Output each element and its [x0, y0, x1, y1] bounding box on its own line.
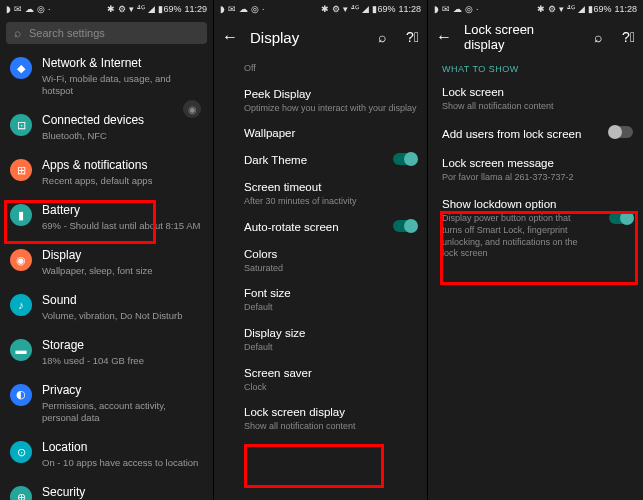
status-bar: ◗✉☁◎· ✱⚙▾⁴ᴳ◢▮69%11:28 — [214, 0, 427, 18]
item-title: Peek Display — [244, 87, 417, 102]
page-title: Display — [250, 29, 358, 46]
item-subtitle: Optimize how you interact with your disp… — [244, 103, 417, 115]
item-title: Apps & notifications — [42, 158, 203, 174]
lock-item-show-lockdown-option[interactable]: Show lockdown optionDisplay power button… — [428, 190, 643, 267]
display-item-dark-theme[interactable]: Dark Theme — [244, 147, 427, 174]
item-title: Display size — [244, 326, 417, 341]
settings-icon: ▮ — [10, 204, 32, 226]
item-title: Display — [42, 248, 203, 264]
item-subtitle: Default — [244, 302, 417, 314]
item-title: Storage — [42, 338, 203, 354]
item-subtitle: Wi-Fi, mobile data, usage, and hotspot — [42, 73, 203, 98]
search-placeholder: Search settings — [29, 27, 105, 39]
lock-item-lock-screen-message[interactable]: Lock screen messagePor favor llama al 26… — [428, 149, 643, 191]
item-subtitle: Display power button option that turns o… — [442, 213, 629, 260]
settings-item-sound[interactable]: ♪SoundVolume, vibration, Do Not Disturb — [0, 285, 213, 330]
settings-icon: ♪ — [10, 294, 32, 316]
item-title: Font size — [244, 286, 417, 301]
lock-item-add-users-from-lock-screen[interactable]: Add users from lock screen — [428, 120, 643, 149]
settings-icon: ◆ — [10, 57, 32, 79]
display-item-screen-timeout[interactable]: Screen timeoutAfter 30 minutes of inacti… — [244, 174, 427, 214]
item-title: Wallpaper — [244, 126, 417, 141]
settings-icon: ⊞ — [10, 159, 32, 181]
item-title: Show lockdown option — [442, 197, 629, 212]
item-title: Add users from lock screen — [442, 127, 629, 142]
display-item-auto-rotate-screen[interactable]: Auto-rotate screen — [244, 214, 427, 241]
settings-item-location[interactable]: ⊙LocationOn - 10 apps have access to loc… — [0, 432, 213, 477]
search-settings[interactable]: ⌕ Search settings — [6, 22, 207, 44]
back-button[interactable]: ← — [222, 28, 238, 46]
lock-screen-display-panel: ◗✉☁◎· ✱⚙▾⁴ᴳ◢▮69%11:28 ← Lock screen disp… — [428, 0, 643, 500]
display-item-peek-display[interactable]: Peek DisplayOptimize how you interact wi… — [244, 81, 427, 121]
item-title: Connected devices — [42, 113, 203, 129]
display-item-wallpaper[interactable]: Wallpaper — [244, 120, 427, 147]
item-title: Network & Internet — [42, 56, 203, 72]
app-bar: ← Display ⌕ ?⃝ — [214, 18, 427, 56]
display-settings-panel: ◗✉☁◎· ✱⚙▾⁴ᴳ◢▮69%11:28 ← Display ⌕ ?⃝ Off… — [214, 0, 428, 500]
settings-icon: ⊙ — [10, 441, 32, 463]
search-icon: ⌕ — [14, 26, 21, 40]
item-subtitle: On - 10 apps have access to location — [42, 457, 203, 469]
settings-item-storage[interactable]: ▬Storage18% used - 104 GB free — [0, 330, 213, 375]
search-icon[interactable]: ⌕ — [594, 29, 602, 45]
item-title: Location — [42, 440, 203, 456]
item-subtitle: Show all notification content — [244, 421, 417, 433]
toggle-switch[interactable] — [609, 212, 633, 224]
display-item-screen-saver[interactable]: Screen saverClock — [244, 360, 427, 400]
settings-list: ◆Network & InternetWi-Fi, mobile data, u… — [0, 48, 213, 500]
page-title: Lock screen display — [464, 22, 574, 52]
item-title: Lock screen display — [244, 405, 417, 420]
item-title: Lock screen — [442, 85, 629, 100]
settings-item-battery[interactable]: ▮Battery69% - Should last until about 8:… — [0, 195, 213, 240]
item-subtitle: Bluetooth, NFC — [42, 130, 203, 142]
item-subtitle: Off — [244, 63, 417, 75]
lock-screen-list: Lock screenShow all notification content… — [428, 78, 643, 267]
item-title: Lock screen message — [442, 156, 629, 171]
section-header: WHAT TO SHOW — [428, 56, 643, 78]
item-title: Dark Theme — [244, 153, 417, 168]
app-bar: ← Lock screen display ⌕ ?⃝ — [428, 18, 643, 56]
display-item-font-size[interactable]: Font sizeDefault — [244, 280, 427, 320]
lock-item-lock-screen[interactable]: Lock screenShow all notification content — [428, 78, 643, 120]
display-item-lock-screen-display[interactable]: Lock screen displayShow all notification… — [244, 399, 427, 439]
settings-item-security[interactable]: ⊕SecurityScreen lock, fingerprint, face … — [0, 477, 213, 500]
item-title: Screen saver — [244, 366, 417, 381]
camera-icon: ◉ — [183, 100, 201, 118]
item-subtitle: Permissions, account activity, personal … — [42, 400, 203, 425]
settings-item-privacy[interactable]: ◐PrivacyPermissions, account activity, p… — [0, 375, 213, 432]
item-title: Auto-rotate screen — [244, 220, 417, 235]
status-bar: ◗✉☁◎· ✱⚙▾⁴ᴳ◢▮69%11:28 — [428, 0, 643, 18]
settings-icon: ⊕ — [10, 486, 32, 500]
status-bar: ◗✉☁◎· ✱⚙▾⁴ᴳ◢▮69%11:29 — [0, 0, 213, 18]
item-title: Security — [42, 485, 203, 500]
display-item-colors[interactable]: ColorsSaturated — [244, 241, 427, 281]
toggle-switch[interactable] — [393, 153, 417, 165]
display-item-display-size[interactable]: Display sizeDefault — [244, 320, 427, 360]
settings-item-connected-devices[interactable]: ⊡Connected devicesBluetooth, NFC — [0, 105, 213, 150]
help-icon[interactable]: ?⃝ — [406, 29, 419, 45]
settings-icon: ⊡ — [10, 114, 32, 136]
settings-item-display[interactable]: ◉DisplayWallpaper, sleep, font size — [0, 240, 213, 285]
item-subtitle: Volume, vibration, Do Not Disturb — [42, 310, 203, 322]
settings-item-apps-notifications[interactable]: ⊞Apps & notificationsRecent apps, defaul… — [0, 150, 213, 195]
item-subtitle: Show all notification content — [442, 101, 629, 113]
item-subtitle: Default — [244, 342, 417, 354]
settings-icon: ▬ — [10, 339, 32, 361]
help-icon[interactable]: ?⃝ — [622, 29, 635, 45]
toggle-switch[interactable] — [393, 220, 417, 232]
item-subtitle: Clock — [244, 382, 417, 394]
search-icon[interactable]: ⌕ — [378, 29, 386, 45]
item-title: Battery — [42, 203, 203, 219]
back-button[interactable]: ← — [436, 28, 452, 46]
toggle-switch[interactable] — [609, 126, 633, 138]
item-title: Privacy — [42, 383, 203, 399]
settings-item-network-internet[interactable]: ◆Network & InternetWi-Fi, mobile data, u… — [0, 48, 213, 105]
item-title: Screen timeout — [244, 180, 417, 195]
item-subtitle: Wallpaper, sleep, font size — [42, 265, 203, 277]
display-item-off[interactable]: Off — [244, 56, 427, 81]
item-subtitle: Saturated — [244, 263, 417, 275]
settings-main-panel: ◗✉☁◎· ✱⚙▾⁴ᴳ◢▮69%11:29 ⌕ Search settings … — [0, 0, 214, 500]
item-subtitle: 69% - Should last until about 8:15 AM — [42, 220, 203, 232]
display-list: OffPeek DisplayOptimize how you interact… — [214, 56, 427, 439]
item-subtitle: After 30 minutes of inactivity — [244, 196, 417, 208]
